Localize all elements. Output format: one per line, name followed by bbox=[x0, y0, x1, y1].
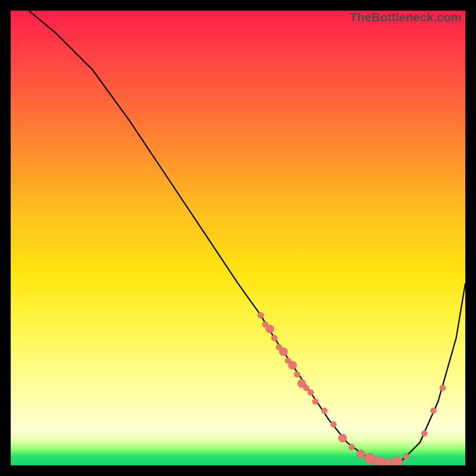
data-point bbox=[440, 385, 446, 391]
data-point bbox=[431, 408, 437, 414]
data-point bbox=[374, 456, 384, 465]
chart-overlay bbox=[11, 11, 465, 465]
data-point bbox=[403, 453, 409, 459]
data-point bbox=[312, 399, 318, 405]
data-point bbox=[356, 450, 365, 458]
bottleneck-curve bbox=[29, 11, 465, 463]
data-point bbox=[279, 347, 287, 356]
data-point bbox=[289, 361, 297, 369]
data-point bbox=[349, 444, 355, 450]
data-point bbox=[392, 456, 402, 465]
data-point bbox=[421, 431, 427, 437]
data-point bbox=[294, 371, 300, 377]
data-point bbox=[271, 335, 277, 341]
data-point bbox=[330, 421, 336, 427]
data-point bbox=[258, 312, 264, 318]
data-point bbox=[266, 325, 274, 333]
data-point bbox=[303, 385, 309, 391]
data-point bbox=[321, 408, 327, 414]
data-point bbox=[308, 390, 314, 396]
data-point bbox=[384, 458, 392, 465]
scatter-points bbox=[258, 312, 446, 465]
chart-frame: TheBottleneck.com bbox=[11, 11, 465, 465]
data-point bbox=[339, 434, 347, 442]
